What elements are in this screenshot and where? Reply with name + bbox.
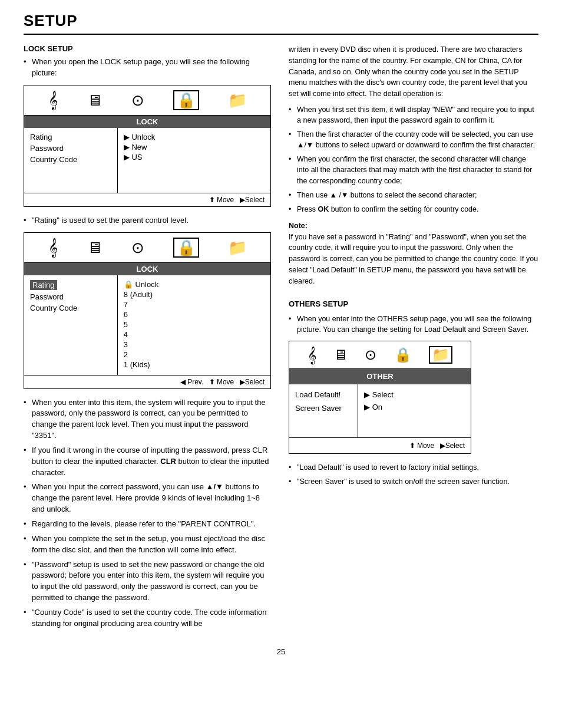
bullets-bottom: When you enter into this item, the syste… (24, 397, 271, 630)
menu2-left: Rating Password Country Code (24, 275, 118, 375)
others-bullet-0: "Load Default" is used to revert to fact… (289, 462, 538, 473)
menu2-right-0: 🔒 Unlock (124, 280, 265, 289)
menu-icons-2: 𝄞 🖥 ⊙ 🔒 📁 (24, 233, 270, 263)
tv-icon-3: 🖥 (333, 348, 348, 362)
menu3-footer: ⬆ Move ▶Select (289, 437, 471, 453)
menu1-left: Rating Password Country Code (24, 128, 118, 193)
menu1-right-item-0: ▶ Unlock (124, 133, 265, 141)
menu2-select: ▶Select (240, 378, 265, 386)
menu1-left-item-2: Country Code (30, 155, 111, 164)
menu2-left-item-0: Rating (30, 280, 57, 290)
folder-icon: 📁 (228, 93, 247, 108)
menu-box-3: 𝄞 🖥 ⊙ 🔒 📁 OTHER Load Default! Screen Sav… (289, 341, 471, 454)
bullet-rating: "Rating" is used to set the parent contr… (24, 215, 271, 226)
bullets-top: When you open the LOCK setup page, you w… (24, 57, 271, 79)
menu2-header: LOCK (24, 263, 270, 275)
menu1-left-item-1: Password (30, 144, 111, 153)
menu3-left-1: Screen Saver (295, 403, 352, 414)
bullet-bottom-6: "Country Code" is used to set the countr… (24, 607, 271, 630)
menu2-right-3: 6 (124, 310, 265, 319)
menu1-right-item-1: ▶ New (124, 143, 265, 151)
lock-icon-highlighted: 🔒 (173, 90, 199, 110)
menu3-body: Load Default! Screen Saver ▶ Select ▶ On (289, 384, 471, 437)
menu3-right-1: ▶ On (364, 401, 465, 413)
folder-icon-3: 📁 (429, 346, 452, 364)
others-bullets-top: When you enter into the OTHERS setup pag… (289, 314, 538, 335)
right-bullet-1: Then the first character of the country … (289, 129, 538, 150)
menu2-right-7: 2 (124, 350, 265, 359)
menu2-footer: ◀ Prev. ⬆ Move ▶Select (24, 375, 270, 388)
menu2-left-item-1: Password (30, 292, 111, 301)
lock-icon-3: 🔒 (394, 348, 412, 362)
bullet-bottom-3: Regarding to the levels, please refer to… (24, 519, 271, 530)
menu2-prev: ◀ Prev. (180, 378, 203, 386)
bullet-bottom-2: When you input the correct password, you… (24, 482, 271, 515)
page-title: SETUP (24, 12, 538, 35)
menu2-right: 🔒 Unlock 8 (Adult) 7 6 5 4 3 2 1 (Kids) (118, 275, 270, 375)
others-bullet-intro: When you enter into the OTHERS setup pag… (289, 314, 538, 335)
menu3-left-0: Load Default! (295, 389, 352, 401)
circle-icon: ⊙ (131, 93, 144, 108)
menu2-left-item-2: Country Code (30, 304, 111, 312)
others-bullets-bottom: "Load Default" is used to revert to fact… (289, 462, 538, 487)
menu3-header: OTHER (289, 369, 471, 384)
others-section: OTHERS SETUP When you enter into the OTH… (289, 298, 538, 487)
circle-icon-2: ⊙ (131, 240, 144, 255)
music-icon-3: 𝄞 (308, 347, 316, 363)
right-bullet-4: Press OK button to confirm the setting f… (289, 204, 538, 215)
menu2-right-4: 5 (124, 320, 265, 329)
menu2-move: ⬆ Move (209, 378, 234, 386)
note-label: Note: (289, 220, 538, 232)
menu2-right-2: 7 (124, 300, 265, 309)
others-bullet-1: "Screen Saver" is used to switch on/off … (289, 476, 538, 487)
others-title: OTHERS SETUP (289, 298, 538, 310)
menu3-right: ▶ Select ▶ On (358, 384, 471, 437)
circle-icon-3: ⊙ (365, 348, 376, 362)
menu2-right-6: 3 (124, 340, 265, 349)
bullet-rating-list: "Rating" is used to set the parent contr… (24, 215, 271, 226)
bullet-bottom-1: If you find it wrong in the course of in… (24, 445, 271, 479)
tv-icon-2: 🖥 (87, 240, 103, 255)
menu3-left: Load Default! Screen Saver (289, 384, 358, 437)
menu2-right-1: 8 (Adult) (124, 290, 265, 299)
menu2-right-8: 1 (Kids) (124, 360, 265, 369)
menu1-right: ▶ Unlock ▶ New ▶ US (118, 128, 270, 193)
menu-icons-1: 𝄞 🖥 ⊙ 🔒 📁 (24, 85, 270, 116)
menu-icons-3: 𝄞 🖥 ⊙ 🔒 📁 (289, 341, 471, 369)
bullet-bottom-4: When you complete the set in the setup, … (24, 533, 271, 556)
left-column: LOCK SETUP When you open the LOCK setup … (24, 44, 271, 635)
lock-setup-title: LOCK SETUP (24, 44, 271, 53)
music-icon: 𝄞 (48, 92, 58, 108)
bullet-item: When you open the LOCK setup page, you w… (24, 57, 271, 79)
menu-box-2: 𝄞 🖥 ⊙ 🔒 📁 LOCK Rating Password Country C… (24, 232, 271, 389)
menu3-select: ▶Select (440, 442, 465, 450)
tv-icon: 🖥 (87, 93, 103, 108)
right-bullets: When you first set this item, it will di… (289, 104, 538, 215)
right-column: written in every DVD disc when it is pro… (289, 44, 538, 635)
menu1-footer: ⬆ Move ▶Select (24, 193, 270, 206)
bullet-bottom-0: When you enter into this item, the syste… (24, 397, 271, 442)
right-bullet-0: When you first set this item, it will di… (289, 104, 538, 126)
page-number: 25 (24, 647, 538, 656)
menu1-body: Rating Password Country Code ▶ Unlock ▶ … (24, 128, 270, 193)
lock-icon-2: 🔒 (173, 238, 199, 258)
menu1-select: ▶Select (240, 196, 265, 204)
music-icon-2: 𝄞 (48, 239, 58, 256)
note-text: If you have set a password in "Rating" a… (289, 232, 538, 287)
menu1-right-item-2: ▶ US (124, 153, 265, 162)
menu3-move: ⬆ Move (409, 442, 435, 450)
menu1-left-item-0: Rating (30, 133, 111, 141)
menu1-move: ⬆ Move (209, 196, 234, 204)
right-bullet-2: When you confirm the first character, th… (289, 154, 538, 186)
bullet-bottom-5: "Password" setup is used to set the new … (24, 559, 271, 604)
menu3-right-0: ▶ Select (364, 389, 465, 401)
right-para1: written in every DVD disc when it is pro… (289, 44, 538, 100)
menu2-right-5: 4 (124, 330, 265, 339)
folder-icon-2: 📁 (228, 240, 247, 255)
menu1-header: LOCK (24, 116, 270, 128)
menu2-body: Rating Password Country Code 🔒 Unlock 8 … (24, 275, 270, 375)
right-bullet-3: Then use ▲ /▼ buttons to select the seco… (289, 190, 538, 200)
menu-box-1: 𝄞 🖥 ⊙ 🔒 📁 LOCK Rating Password Country C… (24, 85, 271, 207)
